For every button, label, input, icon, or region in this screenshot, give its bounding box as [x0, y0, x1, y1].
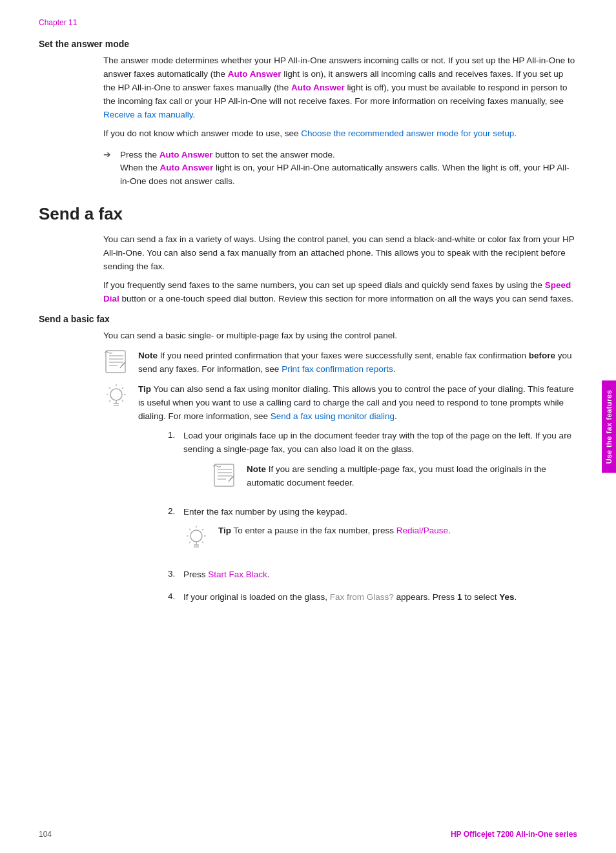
svg-line-16: [109, 400, 110, 402]
receive-fax-link[interactable]: Receive a fax manually: [103, 110, 193, 119]
step2-tip-block: Tip To enter a pause in the fax number, …: [183, 524, 577, 553]
send-fax-heading: Send a fax: [39, 204, 577, 224]
send-basic-fax-content: You can send a basic single- or multiple…: [103, 329, 577, 604]
footer-product: HP Officejet 7200 All-in-One series: [451, 830, 577, 839]
choose-answer-link[interactable]: Choose the recommended answer mode for y…: [301, 128, 514, 138]
set-answer-content: The answer mode determines whether your …: [103, 54, 577, 141]
svg-line-23: [230, 476, 234, 480]
set-answer-heading: Set the answer mode: [39, 39, 577, 49]
step1-note-block: Note If you are sending a multiple-page …: [212, 463, 577, 490]
svg-line-6: [120, 366, 121, 368]
svg-line-14: [109, 387, 110, 389]
note1-block: Note If you need printed confirmation th…: [103, 349, 577, 376]
svg-point-25: [190, 530, 202, 542]
note1-text: Note If you need printed confirmation th…: [138, 349, 577, 376]
arrow-icon: ➔: [103, 149, 114, 159]
start-fax-black-link[interactable]: Start Fax Black: [208, 570, 267, 579]
chapter-text: Chapter 11: [39, 18, 77, 27]
set-answer-para2: If you do not know which answer mode to …: [103, 127, 577, 141]
set-answer-para1: The answer mode determines whether your …: [103, 54, 577, 122]
svg-line-5: [121, 362, 125, 366]
step1-note-text: Note If you are sending a multiple-page …: [247, 463, 577, 490]
footer-page: 104: [39, 830, 52, 839]
step2: 2. Enter the fax number by using the key…: [168, 506, 577, 559]
svg-line-35: [202, 542, 203, 543]
svg-line-17: [122, 400, 123, 402]
arrow-text-block: Press the Auto Answer button to set the …: [120, 149, 577, 189]
svg-line-33: [202, 529, 203, 530]
side-tab: Use the fax features: [602, 380, 616, 473]
step4: 4. If your original is loaded on the gla…: [168, 591, 577, 604]
send-fax-content: You can send a fax in a variety of ways.…: [103, 233, 577, 306]
svg-rect-0: [106, 351, 125, 373]
arrow-item: ➔ Press the Auto Answer button to set th…: [103, 149, 577, 189]
print-confirmation-link[interactable]: Print fax confirmation reports: [282, 364, 393, 374]
side-tab-label: Use the fax features: [605, 389, 613, 464]
step2-tip-text: Tip To enter a pause in the fax number, …: [218, 524, 451, 538]
send-basic-fax-section: Send a basic fax You can send a basic si…: [39, 314, 577, 604]
svg-rect-18: [214, 464, 234, 486]
svg-line-24: [229, 480, 230, 482]
monitor-dialing-link[interactable]: Send a fax using monitor dialing: [271, 411, 395, 421]
footer: 104 HP Officejet 7200 All-in-One series: [39, 830, 577, 839]
numbered-list: 1. Load your originals face up in the do…: [168, 429, 577, 604]
svg-point-7: [110, 389, 122, 400]
redial-pause-link[interactable]: Redial/Pause: [396, 526, 448, 535]
svg-line-32: [189, 529, 190, 530]
chapter-label: Chapter 11: [39, 18, 577, 27]
send-basic-fax-heading: Send a basic fax: [39, 314, 577, 324]
svg-line-34: [189, 542, 190, 543]
send-fax-para1: You can send a fax in a variety of ways.…: [103, 233, 577, 274]
note1-icon: [103, 349, 132, 374]
set-answer-section: Set the answer mode The answer mode dete…: [39, 39, 577, 141]
svg-line-15: [122, 387, 123, 389]
tip1-text: Tip You can also send a fax using monito…: [138, 383, 577, 424]
send-basic-intro: You can send a basic single- or multiple…: [103, 329, 577, 343]
page: Use the fax features Chapter 11 Set the …: [0, 0, 616, 853]
step1-note-icon: [212, 463, 240, 488]
step2-tip-icon: [183, 524, 212, 553]
step3: 3. Press Start Fax Black.: [168, 568, 577, 582]
tip1-icon: [103, 383, 132, 411]
send-fax-para2: If you frequently send faxes to the same…: [103, 279, 577, 306]
tip1-block: Tip You can also send a fax using monito…: [103, 383, 577, 424]
step1: 1. Load your originals face up in the do…: [168, 429, 577, 497]
